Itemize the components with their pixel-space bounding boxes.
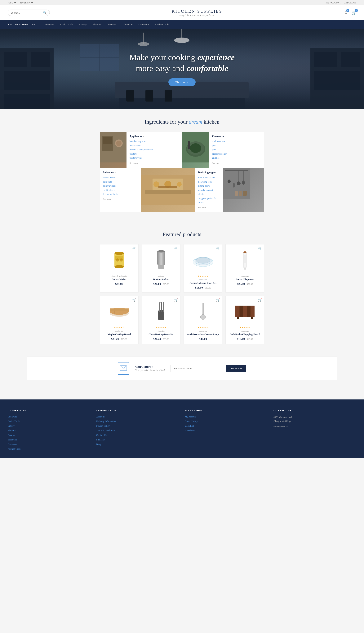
product-price: $16.00 $30.00: [187, 286, 219, 289]
bakeware-list: baking dishes cake pans bakeware sets co…: [103, 176, 138, 196]
list-item[interactable]: tools & utensil sets: [198, 176, 220, 180]
language-select[interactable]: ENGLISH: [20, 1, 34, 4]
footer-link[interactable]: Kitchen Tools: [8, 448, 20, 450]
svg-rect-50: [235, 191, 238, 196]
product-cutting-board: 🛒 ★★★★☆ cookware Maple-Cutting-Board $23…: [100, 296, 138, 344]
list-item[interactable]: pans: [212, 148, 261, 152]
footer-link-delivery[interactable]: Delivery Information: [96, 420, 116, 423]
footer-link-contact[interactable]: Contact Us: [96, 434, 106, 436]
bakeware-see-more[interactable]: See more: [103, 198, 138, 201]
cat-cookware: Cookware › cookware sets pots pans press…: [182, 132, 264, 168]
cookware-title[interactable]: Cookware ›: [212, 135, 261, 138]
product-category: cookware: [187, 330, 219, 332]
product-name: Maple-Cutting-Board: [103, 333, 135, 336]
search-input[interactable]: [10, 11, 43, 14]
cat-row-1: Appliances › blenders & juicers microwav…: [100, 132, 264, 168]
bakeware-title[interactable]: Bakeware ›: [103, 171, 138, 174]
list-item[interactable]: microwaves: [130, 144, 179, 148]
subscribe-email-input[interactable]: [170, 365, 220, 372]
list-item[interactable]: baking dishes: [103, 176, 138, 180]
nav-item-cutlery[interactable]: Cutlery: [76, 20, 90, 29]
add-to-cart-icon[interactable]: 🛒: [216, 247, 220, 250]
cart-button[interactable]: 🛒 0: [352, 11, 356, 15]
footer-link[interactable]: Blog: [96, 443, 101, 446]
footer-link[interactable]: Privacy Policy: [96, 425, 110, 427]
footer-link[interactable]: Tableware: [8, 438, 17, 441]
list-item[interactable]: pressure cookers: [212, 152, 261, 156]
currency-select[interactable]: USD: [8, 1, 16, 4]
nav-item-barware[interactable]: Barware: [104, 20, 119, 29]
add-to-cart-icon[interactable]: 🛒: [258, 298, 262, 302]
subscribe-wrapper: SUBSCRIBE! New products, discounts, offe…: [0, 357, 364, 390]
footer-link-newsletter[interactable]: Newsletter: [185, 429, 195, 432]
footer-link[interactable]: About us: [96, 415, 105, 418]
list-item[interactable]: mixing bowls: [198, 184, 220, 188]
footer-link-wish-list[interactable]: Wish List: [185, 425, 194, 427]
list-item[interactable]: decorating tools: [103, 192, 138, 196]
product-image: [187, 299, 219, 324]
list-item[interactable]: choppers, graters & slicers: [198, 196, 220, 205]
appliances-title[interactable]: Appliances ›: [130, 135, 179, 138]
checkout-link[interactable]: CHECKOUT: [344, 1, 356, 4]
footer-categories: CATEGORIES Cookware Cooks' Tools Cutlery…: [8, 409, 90, 452]
my-account-link[interactable]: MY ACCOUNT: [326, 1, 341, 4]
svg-rect-37: [158, 186, 178, 188]
subscribe-heading: SUBSCRIBE!: [135, 365, 165, 369]
add-to-cart-icon[interactable]: 🛒: [132, 298, 136, 302]
list-item[interactable]: griddles: [212, 156, 261, 160]
product-price: $25.60 $32.00: [229, 282, 261, 286]
list-item[interactable]: toasters: [130, 152, 179, 156]
add-to-cart-icon[interactable]: 🛒: [258, 247, 262, 250]
footer-link[interactable]: Cooks' Tools: [8, 420, 20, 423]
list-item[interactable]: bakeware sets: [103, 184, 138, 188]
nav-item-cooks-tools[interactable]: Cooks' Tools: [57, 20, 76, 29]
footer-phone: 800-4569-9874: [274, 425, 356, 428]
footer-link[interactable]: Cutlery: [8, 425, 14, 427]
svg-rect-93: [251, 317, 252, 319]
footer-link[interactable]: Site Map: [96, 438, 105, 441]
footer-link[interactable]: Barware: [8, 434, 16, 436]
nav-item-kitchen-tools[interactable]: Kitchen Tools: [152, 20, 172, 29]
top-bar-left: USD ENGLISH: [8, 1, 34, 4]
add-to-cart-icon[interactable]: 🛒: [174, 247, 178, 250]
appliances-see-more[interactable]: See more: [130, 162, 179, 165]
footer-link-my-account[interactable]: My Account: [185, 415, 196, 418]
list-item[interactable]: cake pans: [103, 180, 138, 184]
footer-link-order-history[interactable]: Order History: [185, 420, 198, 423]
nav-item-ovenware[interactable]: Ovenware: [136, 20, 152, 29]
wishlist-button[interactable]: ♡ 0: [344, 11, 348, 15]
subscribe-button[interactable]: Subscribe: [226, 365, 246, 372]
list-item[interactable]: toaster ovens: [130, 156, 179, 160]
tools-see-more[interactable]: See more: [198, 206, 220, 209]
list-item[interactable]: utensils, tongs & whisks: [198, 188, 220, 196]
add-to-cart-icon[interactable]: 🛒: [132, 247, 136, 250]
list-item[interactable]: blenders & juicers: [130, 139, 179, 144]
svg-point-47: [242, 180, 245, 185]
cat-row-2: Bakeware › baking dishes cake pans bakew…: [100, 168, 264, 212]
add-to-cart-icon[interactable]: 🛒: [216, 298, 220, 302]
footer-link[interactable]: Cookware: [8, 415, 17, 418]
tools-list: tools & utensil sets measuring tools mix…: [198, 176, 220, 205]
list-item[interactable]: measuring tools: [198, 180, 220, 184]
footer-link-terms[interactable]: Terms & Conditions: [96, 429, 115, 432]
list-item[interactable]: cookware sets: [212, 139, 261, 144]
add-to-cart-icon[interactable]: 🛒: [174, 298, 178, 302]
search-icon[interactable]: 🔍: [43, 11, 47, 15]
nav-item-tableware[interactable]: Tableware: [119, 20, 136, 29]
list-item[interactable]: cookie sheets: [103, 188, 138, 192]
list-item[interactable]: pots: [212, 144, 261, 148]
svg-rect-79: [159, 302, 160, 312]
cookware-see-more[interactable]: See more: [212, 162, 261, 165]
hero-headline: Make your cooking experience more easy a…: [129, 52, 235, 74]
product-category: electrics: [145, 330, 177, 332]
product-boston-shaker: 🛒 cutlery Boston-Shaker: [142, 244, 180, 292]
shop-now-button[interactable]: Shop now: [168, 78, 196, 86]
nav-item-cookware[interactable]: Cookware: [41, 20, 57, 29]
footer-link[interactable]: Electrics: [8, 429, 16, 432]
footer-link[interactable]: Ovenware: [8, 443, 17, 446]
list-item[interactable]: mixers & food processors: [130, 148, 179, 152]
nav-item-electrics[interactable]: Electrics: [90, 20, 104, 29]
svg-rect-89: [243, 305, 247, 317]
header: 🔍 KITCHEN SUPPLIES inspiring cooks every…: [0, 5, 364, 20]
tools-title[interactable]: Tools & gadgets ›: [198, 171, 220, 174]
